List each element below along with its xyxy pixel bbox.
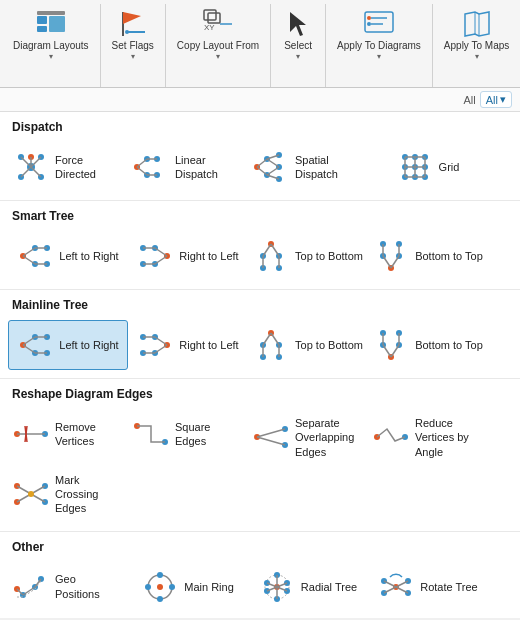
layout-item-inner-main-ttb: Top to Bottom bbox=[253, 327, 363, 363]
layout-label-mark-crossing: Mark Crossing Edges bbox=[55, 473, 123, 516]
svg-point-181 bbox=[157, 596, 163, 602]
svg-line-205 bbox=[396, 581, 408, 587]
layout-item-mark-crossing[interactable]: Mark Crossing Edges bbox=[8, 466, 128, 523]
layout-item-main-ltr[interactable]: Left to Right bbox=[8, 320, 128, 370]
layout-item-reduce-vertices[interactable]: Reduce Vertices by Angle bbox=[368, 409, 488, 466]
layout-item-angle-directed[interactable]: Angle Directed bbox=[128, 612, 248, 618]
svg-line-48 bbox=[137, 167, 147, 175]
section-items-mainline-tree: Left to RightRight to LeftTop to BottomB… bbox=[0, 316, 520, 379]
layout-item-smart-rtl[interactable]: Right to Left bbox=[128, 231, 248, 281]
svg-line-146 bbox=[383, 345, 391, 357]
square-edges-icon bbox=[133, 416, 169, 452]
select-button[interactable]: Select ▾ bbox=[277, 4, 319, 65]
set-flags-button[interactable]: Set Flags ▾ bbox=[107, 4, 159, 65]
layout-item-smart-ltr[interactable]: Left to Right bbox=[8, 231, 128, 281]
layout-item-inner-linear-dispatch: Linear Dispatch bbox=[133, 149, 243, 185]
filter-value: All bbox=[486, 94, 498, 106]
svg-line-128 bbox=[155, 337, 167, 345]
filter-label: All bbox=[464, 94, 476, 106]
set-flags-label: Set Flags bbox=[112, 40, 154, 52]
toolbar-group-diagram-layouts: Diagram Layouts ▾ bbox=[2, 4, 101, 87]
svg-line-101 bbox=[263, 244, 271, 256]
layout-label-square-edges: Square Edges bbox=[175, 420, 243, 449]
svg-marker-12 bbox=[290, 12, 306, 36]
filter-dropdown[interactable]: All ▾ bbox=[480, 91, 512, 108]
svg-rect-9 bbox=[208, 13, 220, 23]
svg-text:XY: XY bbox=[204, 23, 215, 32]
layout-item-main-ttb[interactable]: Top to Bottom bbox=[248, 320, 368, 370]
mark-crossing-icon bbox=[13, 476, 49, 512]
svg-point-16 bbox=[367, 16, 371, 20]
rtl-icon bbox=[137, 238, 173, 274]
btt-icon bbox=[373, 238, 409, 274]
svg-line-61 bbox=[267, 167, 279, 175]
svg-line-175 bbox=[17, 589, 23, 595]
layout-item-force-directed[interactable]: Force Directed bbox=[8, 142, 128, 192]
diagram-layouts-icon bbox=[35, 8, 67, 40]
set-flags-icon bbox=[117, 8, 149, 40]
section-items-reshape: Remove VerticesSquare EdgesSeparate Over… bbox=[0, 405, 520, 532]
svg-rect-3 bbox=[37, 11, 65, 15]
layout-item-partial-overlapping[interactable]: Partial Overlapping Edges bbox=[248, 612, 368, 618]
svg-line-137 bbox=[263, 333, 271, 345]
layout-label-rotate-tree: Rotate Tree bbox=[420, 580, 477, 594]
svg-line-129 bbox=[155, 345, 167, 353]
layout-item-smart-ttb[interactable]: Top to Bottom bbox=[248, 231, 368, 281]
toolbar: Diagram Layouts ▾ Set Flags ▾ bbox=[0, 0, 520, 88]
layout-item-inner-smart-btt: Bottom to Top bbox=[373, 238, 483, 274]
apply-diagrams-label: Apply To Diagrams bbox=[337, 40, 421, 52]
svg-line-57 bbox=[257, 159, 267, 167]
layout-item-main-rtl[interactable]: Right to Left bbox=[128, 320, 248, 370]
layout-item-inner-main-ring: Main Ring bbox=[142, 569, 234, 605]
copy-layout-label: Copy Layout From bbox=[177, 40, 259, 52]
copy-layout-icon: XY bbox=[202, 8, 234, 40]
layout-item-inner-smart-rtl: Right to Left bbox=[137, 238, 238, 274]
layout-label-smart-ttb: Top to Bottom bbox=[295, 249, 363, 263]
svg-rect-1 bbox=[37, 26, 47, 32]
layout-label-main-ring: Main Ring bbox=[184, 580, 234, 594]
layout-label-main-btt: Bottom to Top bbox=[415, 338, 483, 352]
layout-item-inner-square-edges: Square Edges bbox=[133, 416, 243, 452]
rtl-icon bbox=[137, 327, 173, 363]
spatial-dispatch-icon bbox=[253, 149, 289, 185]
svg-line-120 bbox=[23, 345, 35, 353]
layout-item-remove-vertices[interactable]: Remove Vertices bbox=[8, 409, 128, 466]
apply-maps-button[interactable]: Apply To Maps ▾ bbox=[439, 4, 514, 65]
layout-label-geo-positions: Geo Positions bbox=[55, 572, 123, 601]
svg-point-182 bbox=[145, 584, 151, 590]
layout-item-compression[interactable]: Compression bbox=[8, 612, 128, 618]
layout-item-geo-positions[interactable]: Geo Positions bbox=[8, 562, 128, 612]
layout-item-inner-mark-crossing: Mark Crossing Edges bbox=[13, 473, 123, 516]
diagram-layouts-label: Diagram Layouts bbox=[13, 40, 89, 52]
layout-item-main-btt[interactable]: Bottom to Top bbox=[368, 320, 488, 370]
layout-item-linear-dispatch[interactable]: Linear Dispatch bbox=[128, 142, 248, 192]
diagram-layouts-button[interactable]: Diagram Layouts ▾ bbox=[8, 4, 94, 65]
layout-item-separate-overlapping[interactable]: Separate Overlapping Edges bbox=[248, 409, 368, 466]
section-items-other: Geo PositionsMain RingRadial TreeRotate … bbox=[0, 558, 520, 618]
svg-rect-0 bbox=[37, 16, 47, 24]
svg-point-180 bbox=[169, 584, 175, 590]
layout-label-main-rtl: Right to Left bbox=[179, 338, 238, 352]
layout-label-smart-ltr: Left to Right bbox=[59, 249, 118, 263]
copy-layout-button[interactable]: XY Copy Layout From ▾ bbox=[172, 4, 264, 65]
btt-icon bbox=[373, 327, 409, 363]
layout-item-smart-btt[interactable]: Bottom to Top bbox=[368, 231, 488, 281]
section-header-reshape: Reshape Diagram Edges bbox=[0, 379, 520, 405]
layout-item-inner-main-ltr: Left to Right bbox=[17, 327, 118, 363]
layout-item-spatial-dispatch[interactable]: Spatial Dispatch bbox=[248, 142, 368, 192]
section-other: OtherGeo PositionsMain RingRadial TreeRo… bbox=[0, 532, 520, 618]
ltr-icon bbox=[17, 327, 53, 363]
section-header-other: Other bbox=[0, 532, 520, 558]
layout-item-radial-tree[interactable]: Radial Tree bbox=[248, 562, 368, 612]
layout-item-grid[interactable]: Grid bbox=[368, 142, 488, 192]
layout-item-main-ring[interactable]: Main Ring bbox=[128, 562, 248, 612]
svg-line-161 bbox=[257, 437, 285, 445]
svg-line-138 bbox=[271, 333, 279, 345]
select-label: Select bbox=[284, 40, 312, 52]
apply-diagrams-button[interactable]: Apply To Diagrams ▾ bbox=[332, 4, 426, 65]
layout-item-rotate-tree[interactable]: Rotate Tree bbox=[368, 562, 488, 612]
layout-item-square-edges[interactable]: Square Edges bbox=[128, 409, 248, 466]
section-items-dispatch: Force DirectedLinear DispatchSpatial Dis… bbox=[0, 138, 520, 201]
svg-rect-8 bbox=[204, 10, 216, 20]
reduce-vertices-icon bbox=[373, 419, 409, 455]
